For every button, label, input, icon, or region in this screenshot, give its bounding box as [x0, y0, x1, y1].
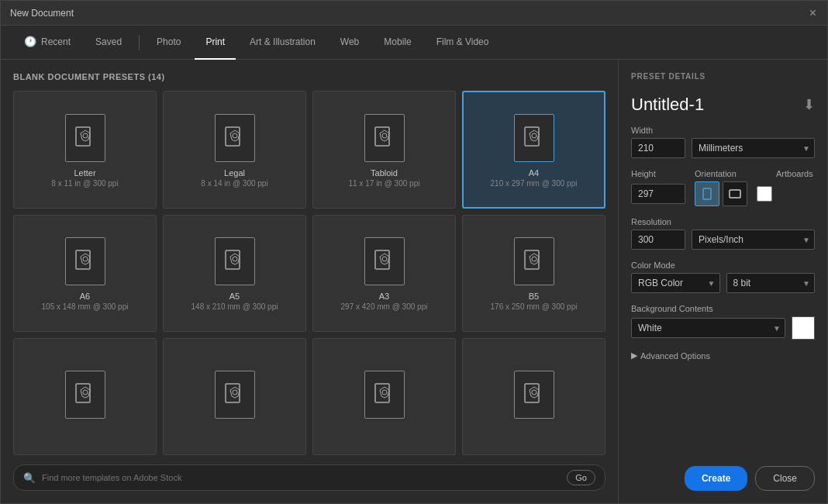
- tab-recent[interactable]: 🕐 Recent: [13, 26, 81, 60]
- title-bar: New Document ×: [1, 1, 827, 26]
- svg-point-19: [233, 390, 237, 395]
- tab-mobile[interactable]: Mobile: [373, 26, 422, 60]
- preset-tabloid-desc: 11 x 17 in @ 300 ppi: [349, 179, 420, 188]
- landscape-button[interactable]: [723, 181, 747, 206]
- preset-letter-name: Letter: [74, 168, 95, 178]
- close-button[interactable]: Close: [755, 466, 815, 491]
- width-unit-wrapper: Millimeters Pixels Inches Centimeters Po…: [692, 138, 815, 158]
- height-label-wrap: Height: [631, 169, 685, 181]
- preset-b5[interactable]: B5 176 x 250 mm @ 300 ppi: [462, 215, 605, 332]
- tab-divider: [139, 35, 140, 50]
- details-title-row: Untitled-1 ⬇: [631, 95, 815, 115]
- width-input[interactable]: [631, 138, 685, 158]
- document-title: Untitled-1: [631, 95, 704, 115]
- action-buttons: Create Close: [631, 460, 815, 491]
- bg-contents-field-group: Background Contents White Black Backgrou…: [631, 304, 815, 340]
- preset-a6-icon: [65, 237, 105, 285]
- preset-legal-name: Legal: [224, 168, 245, 178]
- width-label: Width: [631, 126, 815, 135]
- preset-a4-desc: 210 x 297 mm @ 300 ppi: [491, 179, 578, 188]
- resolution-field-group: Resolution Pixels/Inch Pixels/Cm ▼: [631, 217, 815, 250]
- dialog-close-button[interactable]: ×: [808, 7, 818, 19]
- bg-color-swatch[interactable]: [792, 316, 815, 340]
- resolution-input[interactable]: [631, 230, 685, 250]
- preset-letter-icon: [65, 114, 105, 162]
- tabs-bar: 🕐 Recent Saved Photo Print Art & Illustr…: [1, 26, 827, 60]
- svg-point-1: [83, 133, 88, 138]
- hoa-labels: Height Orientation Artboards: [631, 169, 815, 181]
- bg-contents-label: Background Contents: [631, 304, 815, 313]
- preset-a6-name: A6: [80, 292, 90, 301]
- bg-contents-row: White Black Background Color Transparent…: [631, 316, 815, 340]
- preset-p10[interactable]: [163, 338, 306, 455]
- preset-details-label: PRESET DETAILS: [631, 72, 815, 81]
- preset-a3-icon: [364, 237, 405, 285]
- preset-p11[interactable]: [312, 338, 456, 455]
- tab-photo[interactable]: Photo: [146, 26, 191, 60]
- preset-b5-name: B5: [529, 292, 539, 301]
- preset-a5-icon: [215, 237, 255, 285]
- svg-point-17: [83, 390, 88, 395]
- preset-letter-desc: 8 x 11 in @ 300 ppi: [51, 179, 118, 188]
- search-input[interactable]: [42, 473, 561, 482]
- advanced-options-toggle[interactable]: ▶ Advanced Options: [631, 350, 815, 361]
- preset-a4[interactable]: A4 210 x 297 mm @ 300 ppi: [462, 91, 605, 209]
- preset-legal-desc: 8 x 14 in @ 300 ppi: [201, 179, 267, 188]
- presets-header: BLANK DOCUMENT PRESETS (14): [13, 72, 605, 81]
- preset-tabloid-icon: [364, 114, 405, 162]
- orientation-buttons: [695, 181, 747, 206]
- save-preset-icon[interactable]: ⬇: [803, 96, 815, 113]
- svg-point-3: [233, 133, 237, 138]
- clock-icon: 🕐: [24, 36, 36, 47]
- color-mode-label: Color Mode: [631, 261, 815, 270]
- preset-a6[interactable]: A6 105 x 148 mm @ 300 ppi: [13, 215, 157, 332]
- orientation-label: Orientation: [695, 169, 767, 178]
- preset-a6-desc: 105 x 148 mm @ 300 ppi: [42, 302, 129, 311]
- svg-point-13: [382, 257, 387, 261]
- svg-rect-25: [730, 190, 740, 198]
- preset-tabloid[interactable]: Tabloid 11 x 17 in @ 300 ppi: [312, 91, 456, 209]
- portrait-button[interactable]: [695, 181, 719, 206]
- preset-a3[interactable]: A3 297 x 420 mm @ 300 ppi: [312, 215, 456, 332]
- preset-legal[interactable]: Legal 8 x 14 in @ 300 ppi: [163, 91, 306, 209]
- preset-a4-icon: [514, 114, 554, 162]
- svg-point-9: [83, 257, 88, 261]
- preset-p12[interactable]: [462, 338, 605, 455]
- artboards-label: Artboards: [776, 169, 815, 178]
- main-content: BLANK DOCUMENT PRESETS (14) Letter 8 x 1…: [1, 60, 827, 503]
- tab-art-illustration[interactable]: Art & Illustration: [239, 26, 326, 60]
- bg-contents-select[interactable]: White Black Background Color Transparent…: [631, 318, 785, 338]
- color-mode-wrapper: RGB Color Bitmap Grayscale CMYK Color La…: [631, 273, 720, 293]
- color-mode-select[interactable]: RGB Color Bitmap Grayscale CMYK Color La…: [631, 273, 720, 293]
- create-button[interactable]: Create: [685, 466, 747, 491]
- preset-a5-name: A5: [229, 292, 240, 301]
- color-mode-row: RGB Color Bitmap Grayscale CMYK Color La…: [631, 273, 815, 293]
- resolution-unit-select[interactable]: Pixels/Inch Pixels/Cm: [692, 230, 815, 250]
- width-unit-select[interactable]: Millimeters Pixels Inches Centimeters Po…: [692, 138, 815, 158]
- tab-saved[interactable]: Saved: [85, 26, 133, 60]
- preset-a3-desc: 297 x 420 mm @ 300 ppi: [341, 302, 428, 311]
- hoa-inputs: [631, 181, 815, 206]
- preset-p9[interactable]: [13, 338, 157, 455]
- artboards-checkbox[interactable]: [757, 186, 772, 202]
- width-field-group: Width Millimeters Pixels Inches Centimet…: [631, 126, 815, 158]
- height-label: Height: [631, 169, 685, 178]
- color-depth-select[interactable]: 8 bit 16 bit 32 bit: [726, 273, 816, 293]
- chevron-right-icon: ▶: [631, 350, 637, 361]
- resolution-unit-wrapper: Pixels/Inch Pixels/Cm ▼: [692, 230, 815, 250]
- preset-a4-name: A4: [529, 168, 539, 178]
- tab-web[interactable]: Web: [329, 26, 370, 60]
- tab-film-video[interactable]: Film & Video: [426, 26, 500, 60]
- artboards-label-wrap: Artboards: [776, 169, 815, 181]
- preset-a5[interactable]: A5 148 x 210 mm @ 300 ppi: [163, 215, 306, 332]
- preset-a3-name: A3: [379, 292, 389, 301]
- svg-point-21: [382, 390, 387, 395]
- height-input[interactable]: [631, 184, 685, 204]
- details-panel: PRESET DETAILS Untitled-1 ⬇ Width Millim…: [618, 60, 827, 503]
- preset-p9-icon: [65, 371, 105, 419]
- search-bar: 🔍 Go: [13, 464, 605, 491]
- go-button[interactable]: Go: [567, 470, 595, 485]
- tab-print[interactable]: Print: [195, 26, 236, 60]
- preset-p10-icon: [215, 371, 255, 419]
- preset-letter[interactable]: Letter 8 x 11 in @ 300 ppi: [13, 91, 157, 209]
